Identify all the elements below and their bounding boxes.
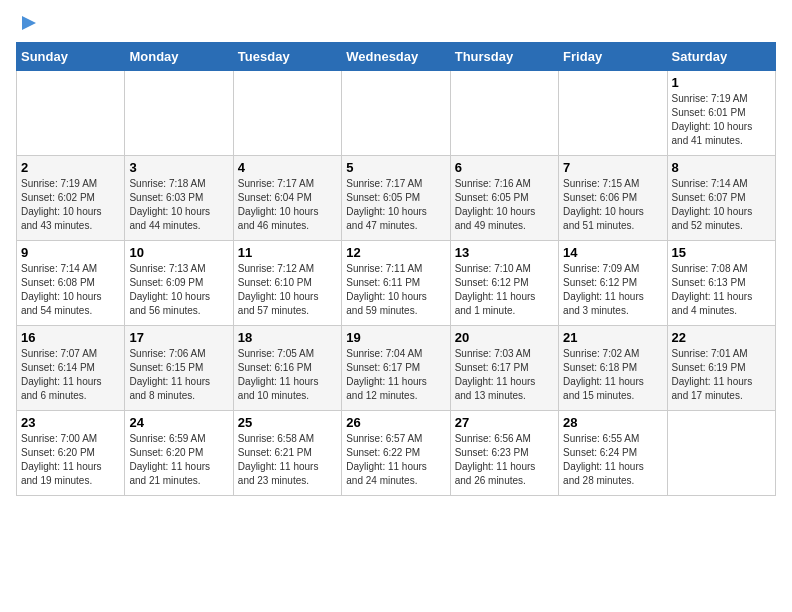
day-info: Sunrise: 7:09 AM Sunset: 6:12 PM Dayligh… <box>563 262 662 318</box>
calendar-cell: 16Sunrise: 7:07 AM Sunset: 6:14 PM Dayli… <box>17 326 125 411</box>
calendar-cell: 20Sunrise: 7:03 AM Sunset: 6:17 PM Dayli… <box>450 326 558 411</box>
day-number: 12 <box>346 245 445 260</box>
day-info: Sunrise: 7:00 AM Sunset: 6:20 PM Dayligh… <box>21 432 120 488</box>
day-info: Sunrise: 7:15 AM Sunset: 6:06 PM Dayligh… <box>563 177 662 233</box>
day-info: Sunrise: 7:01 AM Sunset: 6:19 PM Dayligh… <box>672 347 771 403</box>
calendar-cell: 2Sunrise: 7:19 AM Sunset: 6:02 PM Daylig… <box>17 156 125 241</box>
day-header-wednesday: Wednesday <box>342 43 450 71</box>
calendar-cell: 27Sunrise: 6:56 AM Sunset: 6:23 PM Dayli… <box>450 411 558 496</box>
day-header-thursday: Thursday <box>450 43 558 71</box>
day-header-tuesday: Tuesday <box>233 43 341 71</box>
calendar-cell: 11Sunrise: 7:12 AM Sunset: 6:10 PM Dayli… <box>233 241 341 326</box>
day-number: 8 <box>672 160 771 175</box>
calendar-cell: 13Sunrise: 7:10 AM Sunset: 6:12 PM Dayli… <box>450 241 558 326</box>
day-number: 22 <box>672 330 771 345</box>
calendar-cell <box>559 71 667 156</box>
day-number: 24 <box>129 415 228 430</box>
calendar-cell: 28Sunrise: 6:55 AM Sunset: 6:24 PM Dayli… <box>559 411 667 496</box>
day-info: Sunrise: 7:12 AM Sunset: 6:10 PM Dayligh… <box>238 262 337 318</box>
day-header-sunday: Sunday <box>17 43 125 71</box>
day-info: Sunrise: 7:17 AM Sunset: 6:04 PM Dayligh… <box>238 177 337 233</box>
calendar-cell: 10Sunrise: 7:13 AM Sunset: 6:09 PM Dayli… <box>125 241 233 326</box>
day-info: Sunrise: 7:13 AM Sunset: 6:09 PM Dayligh… <box>129 262 228 318</box>
day-number: 3 <box>129 160 228 175</box>
calendar-cell: 18Sunrise: 7:05 AM Sunset: 6:16 PM Dayli… <box>233 326 341 411</box>
day-number: 23 <box>21 415 120 430</box>
day-number: 21 <box>563 330 662 345</box>
day-info: Sunrise: 7:19 AM Sunset: 6:01 PM Dayligh… <box>672 92 771 148</box>
day-info: Sunrise: 7:05 AM Sunset: 6:16 PM Dayligh… <box>238 347 337 403</box>
day-number: 16 <box>21 330 120 345</box>
day-info: Sunrise: 7:17 AM Sunset: 6:05 PM Dayligh… <box>346 177 445 233</box>
day-number: 9 <box>21 245 120 260</box>
day-info: Sunrise: 7:10 AM Sunset: 6:12 PM Dayligh… <box>455 262 554 318</box>
day-header-monday: Monday <box>125 43 233 71</box>
day-number: 25 <box>238 415 337 430</box>
day-number: 28 <box>563 415 662 430</box>
day-number: 14 <box>563 245 662 260</box>
calendar-table: SundayMondayTuesdayWednesdayThursdayFrid… <box>16 42 776 496</box>
day-number: 18 <box>238 330 337 345</box>
day-info: Sunrise: 7:19 AM Sunset: 6:02 PM Dayligh… <box>21 177 120 233</box>
calendar-cell: 25Sunrise: 6:58 AM Sunset: 6:21 PM Dayli… <box>233 411 341 496</box>
day-number: 6 <box>455 160 554 175</box>
calendar-cell: 4Sunrise: 7:17 AM Sunset: 6:04 PM Daylig… <box>233 156 341 241</box>
day-number: 27 <box>455 415 554 430</box>
calendar-cell: 17Sunrise: 7:06 AM Sunset: 6:15 PM Dayli… <box>125 326 233 411</box>
day-info: Sunrise: 6:59 AM Sunset: 6:20 PM Dayligh… <box>129 432 228 488</box>
day-info: Sunrise: 7:06 AM Sunset: 6:15 PM Dayligh… <box>129 347 228 403</box>
calendar-cell: 9Sunrise: 7:14 AM Sunset: 6:08 PM Daylig… <box>17 241 125 326</box>
day-number: 7 <box>563 160 662 175</box>
day-number: 5 <box>346 160 445 175</box>
day-info: Sunrise: 6:56 AM Sunset: 6:23 PM Dayligh… <box>455 432 554 488</box>
calendar-cell: 1Sunrise: 7:19 AM Sunset: 6:01 PM Daylig… <box>667 71 775 156</box>
day-info: Sunrise: 7:14 AM Sunset: 6:08 PM Dayligh… <box>21 262 120 318</box>
day-info: Sunrise: 7:04 AM Sunset: 6:17 PM Dayligh… <box>346 347 445 403</box>
day-number: 1 <box>672 75 771 90</box>
logo <box>16 16 40 30</box>
day-info: Sunrise: 7:02 AM Sunset: 6:18 PM Dayligh… <box>563 347 662 403</box>
day-info: Sunrise: 6:57 AM Sunset: 6:22 PM Dayligh… <box>346 432 445 488</box>
calendar-cell <box>450 71 558 156</box>
day-number: 15 <box>672 245 771 260</box>
day-info: Sunrise: 7:08 AM Sunset: 6:13 PM Dayligh… <box>672 262 771 318</box>
day-info: Sunrise: 7:14 AM Sunset: 6:07 PM Dayligh… <box>672 177 771 233</box>
logo-arrow-icon <box>18 12 40 34</box>
calendar-cell: 6Sunrise: 7:16 AM Sunset: 6:05 PM Daylig… <box>450 156 558 241</box>
calendar-cell <box>342 71 450 156</box>
calendar-cell: 15Sunrise: 7:08 AM Sunset: 6:13 PM Dayli… <box>667 241 775 326</box>
day-info: Sunrise: 6:55 AM Sunset: 6:24 PM Dayligh… <box>563 432 662 488</box>
day-info: Sunrise: 7:18 AM Sunset: 6:03 PM Dayligh… <box>129 177 228 233</box>
calendar-cell: 21Sunrise: 7:02 AM Sunset: 6:18 PM Dayli… <box>559 326 667 411</box>
day-number: 26 <box>346 415 445 430</box>
svg-marker-0 <box>22 16 36 30</box>
calendar-cell: 5Sunrise: 7:17 AM Sunset: 6:05 PM Daylig… <box>342 156 450 241</box>
calendar-cell: 12Sunrise: 7:11 AM Sunset: 6:11 PM Dayli… <box>342 241 450 326</box>
calendar-cell: 7Sunrise: 7:15 AM Sunset: 6:06 PM Daylig… <box>559 156 667 241</box>
day-number: 11 <box>238 245 337 260</box>
calendar-cell: 23Sunrise: 7:00 AM Sunset: 6:20 PM Dayli… <box>17 411 125 496</box>
day-number: 17 <box>129 330 228 345</box>
day-header-friday: Friday <box>559 43 667 71</box>
day-number: 19 <box>346 330 445 345</box>
calendar-cell: 8Sunrise: 7:14 AM Sunset: 6:07 PM Daylig… <box>667 156 775 241</box>
day-header-saturday: Saturday <box>667 43 775 71</box>
calendar-cell: 22Sunrise: 7:01 AM Sunset: 6:19 PM Dayli… <box>667 326 775 411</box>
day-number: 10 <box>129 245 228 260</box>
calendar-cell: 14Sunrise: 7:09 AM Sunset: 6:12 PM Dayli… <box>559 241 667 326</box>
day-info: Sunrise: 7:03 AM Sunset: 6:17 PM Dayligh… <box>455 347 554 403</box>
day-number: 4 <box>238 160 337 175</box>
day-info: Sunrise: 7:16 AM Sunset: 6:05 PM Dayligh… <box>455 177 554 233</box>
calendar-cell: 26Sunrise: 6:57 AM Sunset: 6:22 PM Dayli… <box>342 411 450 496</box>
calendar-cell <box>233 71 341 156</box>
page-header <box>16 16 776 30</box>
day-number: 20 <box>455 330 554 345</box>
calendar-cell <box>667 411 775 496</box>
day-number: 2 <box>21 160 120 175</box>
day-info: Sunrise: 7:07 AM Sunset: 6:14 PM Dayligh… <box>21 347 120 403</box>
day-info: Sunrise: 7:11 AM Sunset: 6:11 PM Dayligh… <box>346 262 445 318</box>
calendar-cell: 3Sunrise: 7:18 AM Sunset: 6:03 PM Daylig… <box>125 156 233 241</box>
calendar-header: SundayMondayTuesdayWednesdayThursdayFrid… <box>17 43 776 71</box>
calendar-cell <box>17 71 125 156</box>
calendar-cell: 24Sunrise: 6:59 AM Sunset: 6:20 PM Dayli… <box>125 411 233 496</box>
